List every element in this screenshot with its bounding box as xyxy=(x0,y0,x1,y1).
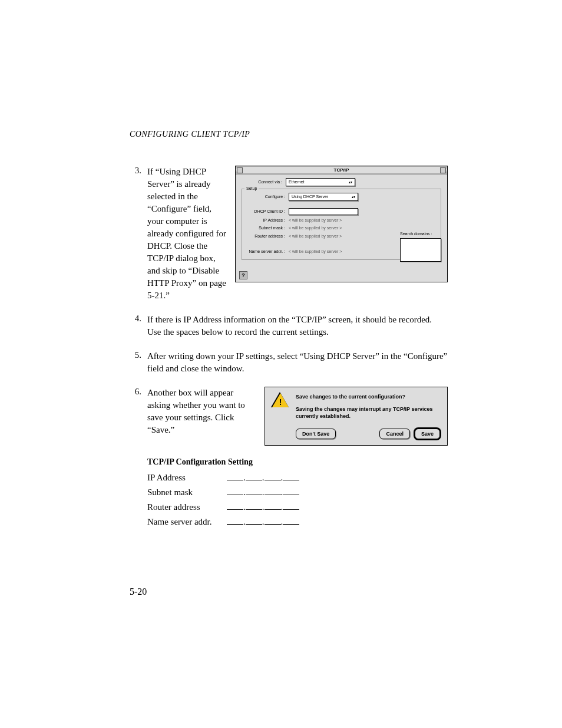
config-ns-label: Name server addr. xyxy=(147,516,227,528)
instruction-list: 3. If “Using DHCP Server” is already sel… xyxy=(130,166,448,531)
updown-arrows-icon: ▴▾ xyxy=(352,195,355,199)
step-5: 5. After writing down your IP settings, … xyxy=(130,350,448,375)
step-number: 6. xyxy=(130,387,147,531)
close-box-icon xyxy=(237,167,243,173)
page-content: CONFIGURING CLIENT TCP/IP 3. If “Using D… xyxy=(130,130,448,542)
warning-icon: ! xyxy=(272,393,289,409)
connect-via-select: Ethernet ▴▾ xyxy=(286,178,355,186)
step-number: 4. xyxy=(130,314,147,338)
step-number: 5. xyxy=(130,350,147,375)
save-subtext: Saving the changes may interrupt any TCP… xyxy=(296,406,440,420)
step-5-text: After writing down your IP settings, sel… xyxy=(147,350,448,375)
ip-address-label: IP Address : xyxy=(244,218,289,223)
config-ns-blanks: ... xyxy=(227,516,299,528)
config-router-label: Router address xyxy=(147,501,227,513)
ns-label: Name server addr. : xyxy=(244,249,289,255)
ns-value: < will be supplied by server > xyxy=(289,249,342,255)
ip-address-value: < will be supplied by server > xyxy=(289,218,342,223)
config-subnet-blanks: ... xyxy=(227,486,299,499)
config-ip-label: IP Address xyxy=(147,472,227,484)
tcpip-titlebar: TCP/IP xyxy=(236,166,447,174)
dont-save-button: Don't Save xyxy=(296,429,336,440)
help-icon: ? xyxy=(239,271,247,279)
router-value: < will be supplied by server > xyxy=(289,233,342,239)
config-router-blanks: ... xyxy=(227,501,299,513)
configure-select: Using DHCP Server ▴▾ xyxy=(289,193,358,201)
step-6-text: Another box will appear asking whether y… xyxy=(147,387,256,436)
dhcp-client-label: DHCP Client ID : xyxy=(244,209,289,215)
step-4-text: If there is IP Address information on th… xyxy=(147,314,448,338)
step-3: 3. If “Using DHCP Server” is already sel… xyxy=(130,166,448,302)
tcpip-title: TCP/IP xyxy=(243,167,440,173)
config-subnet-label: Subnet mask xyxy=(147,486,227,499)
step-3-text: If “Using DHCP Server” is already select… xyxy=(147,166,227,302)
connect-via-label: Connect via : xyxy=(242,179,286,185)
dhcp-client-input xyxy=(289,208,358,215)
search-domains-label: Search domains : xyxy=(400,231,441,237)
step-number: 3. xyxy=(130,166,147,302)
config-table: IP Address ... Subnet mask ... Router ad… xyxy=(147,472,448,528)
save-button: Save xyxy=(415,429,440,440)
updown-arrows-icon: ▴▾ xyxy=(349,180,352,184)
configure-label: Configure : xyxy=(244,194,289,200)
tcpip-dialog-screenshot: TCP/IP Connect via : Ethernet ▴▾ xyxy=(235,166,448,282)
zoom-box-icon xyxy=(440,167,446,173)
search-domains-box xyxy=(400,238,441,262)
router-label: Router address : xyxy=(244,233,289,239)
config-ip-blanks: ... xyxy=(227,472,299,484)
page-number: 5-20 xyxy=(130,587,147,597)
search-domains-area: Search domains : xyxy=(400,231,441,262)
subnet-label: Subnet mask : xyxy=(244,225,289,231)
save-dialog-screenshot: ! Save changes to the current configurat… xyxy=(265,387,448,446)
cancel-button: Cancel xyxy=(379,429,410,440)
config-heading: TCP/IP Configuration Setting xyxy=(147,456,448,468)
running-header: CONFIGURING CLIENT TCP/IP xyxy=(130,130,448,139)
subnet-value: < will be supplied by server > xyxy=(289,225,342,231)
step-4: 4. If there is IP Address information on… xyxy=(130,314,448,338)
setup-legend: Setup xyxy=(244,186,259,192)
step-6: 6. Another box will appear asking whethe… xyxy=(130,387,448,531)
save-question: Save changes to the current configuratio… xyxy=(296,393,440,401)
